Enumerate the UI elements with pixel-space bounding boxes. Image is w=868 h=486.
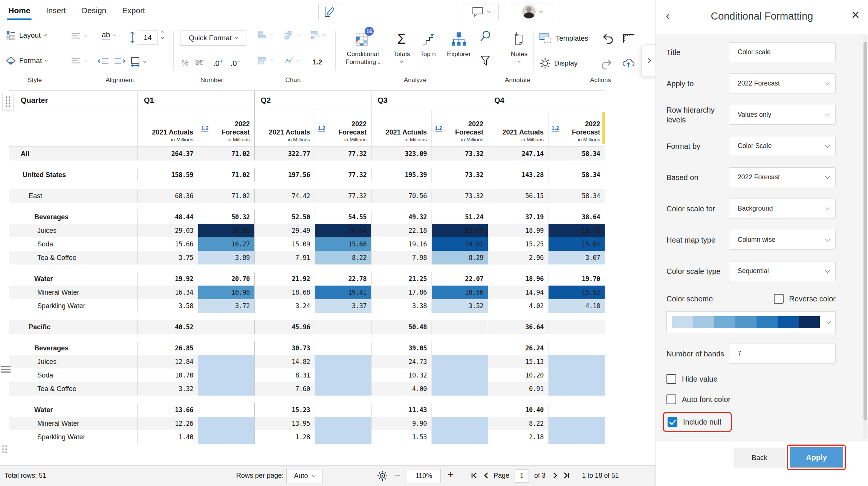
undo-button[interactable] [602, 34, 614, 44]
indent-decrease-button[interactable] [98, 58, 109, 64]
filter-button[interactable] [480, 55, 491, 66]
hide-value-checkbox[interactable] [666, 374, 676, 384]
rows-per-page-select[interactable]: Auto [286, 469, 322, 483]
line-chart-button[interactable] [284, 56, 300, 65]
table-row[interactable]: Tea & Coffee3.327.604.000.91 [9, 382, 605, 396]
increase-decimal-button[interactable]: .0+ [213, 58, 223, 68]
totals-button[interactable]: Σ Totals [390, 30, 414, 62]
table-row[interactable]: All264.3771.02322.7777.32323.0973.32247.… [9, 147, 605, 160]
decimal-badge[interactable]: 1.2 [318, 125, 325, 132]
table-row[interactable]: Beverages48.4450.3252.5054.5549.3251.243… [9, 210, 605, 224]
bar-chart-button[interactable] [258, 31, 273, 40]
explorer-button[interactable]: Explorer [442, 30, 476, 58]
currency-format-button[interactable]: $€ [195, 58, 203, 67]
table-chart-button[interactable] [310, 31, 326, 40]
stepper-down-icon[interactable] [161, 36, 164, 39]
table-row[interactable]: Mineral Water12.2613.959.908.22 [9, 417, 605, 430]
field-color-scale-type-select[interactable]: Sequential [729, 261, 836, 281]
quarter-header[interactable]: Q1 [138, 91, 254, 110]
field-format-by-select[interactable]: Color Scale [729, 136, 836, 156]
reverse-color-checkbox[interactable] [774, 294, 784, 304]
table-row[interactable]: Soda10.708.3110.3210.20 [9, 368, 605, 382]
templates-button[interactable]: Templates [539, 33, 588, 44]
redo-button[interactable] [601, 59, 613, 70]
quarter-drag-handle[interactable] [2, 93, 14, 111]
indent-increase-button[interactable] [114, 58, 125, 64]
last-page-button[interactable] [563, 471, 570, 480]
back-button[interactable]: Back [734, 448, 785, 468]
font-size-input[interactable]: 14 [138, 31, 157, 45]
forecast-header[interactable]: 1.22022Forecastin Millions [315, 110, 371, 147]
decimal-badge[interactable]: 1.2 [435, 125, 442, 132]
tab-export[interactable]: Export [122, 6, 145, 15]
collapse-panel-button[interactable] [641, 44, 656, 77]
decimal-badge[interactable]: 1.2 [201, 125, 208, 132]
field-color-scale-for-select[interactable]: Background [729, 199, 836, 219]
table-row[interactable]: Mineral Water16.3416.9818.6819.4117.8618… [9, 286, 605, 299]
apply-button[interactable]: Apply [790, 447, 843, 468]
wrap-text-button[interactable]: ab [102, 31, 116, 40]
decrease-decimal-button[interactable]: .0− [231, 58, 240, 68]
table-drag-handle[interactable] [2, 445, 7, 453]
forecast-header[interactable]: 1.22022Forecastin Millions [198, 110, 254, 147]
actuals-header[interactable]: 2021 Actualsin Millions [254, 110, 315, 147]
close-icon[interactable]: × [851, 8, 860, 22]
comments-button[interactable] [463, 3, 499, 20]
search-button[interactable] [479, 30, 491, 43]
stacked-chart-button[interactable] [258, 56, 273, 65]
vertical-align-button[interactable] [71, 33, 86, 40]
next-page-button[interactable] [552, 471, 558, 480]
cloud-upload-button[interactable] [622, 58, 635, 68]
auto-font-color-checkbox[interactable] [666, 394, 676, 404]
font-size-stepper[interactable] [161, 31, 164, 38]
percent-format-button[interactable]: % [182, 58, 189, 67]
table-row[interactable]: United States158.5971.02197.5677.32195.3… [9, 168, 605, 182]
quarter-corner-header[interactable]: Quarter [9, 91, 138, 110]
layout-button[interactable]: Layout [6, 31, 46, 40]
actuals-header[interactable]: 2021 Actualsin Millions [371, 110, 431, 147]
table-row[interactable]: Tea & Coffee3.753.897.918.227.988.292.96… [9, 251, 605, 264]
tab-home[interactable]: Home [8, 6, 30, 15]
table-row[interactable]: Pacific40.5245.9650.4836.64 [9, 320, 605, 334]
quarter-header[interactable]: Q4 [488, 91, 605, 110]
table-row[interactable]: Juices29.0330.1629.4930.6422.1823.0518.9… [9, 224, 605, 237]
account-button[interactable] [511, 3, 553, 20]
actuals-header[interactable]: 2021 Actualsin Millions [138, 110, 198, 147]
quarter-header[interactable]: Q2 [254, 91, 371, 110]
quick-format-button[interactable]: Quick Format [180, 31, 246, 46]
scrollbar-thumb[interactable] [863, 42, 867, 420]
table-row[interactable]: Sparkling Water1.401.281.532.18 [9, 430, 605, 444]
field-based-on-select[interactable]: 2022 Forecast [729, 167, 836, 187]
field-apply-to-select[interactable]: 2022 Forecast [729, 73, 836, 93]
format-button[interactable]: Format [6, 56, 47, 65]
quarter-header[interactable]: Q3 [371, 91, 488, 110]
tab-design[interactable]: Design [82, 6, 106, 15]
table-row[interactable]: Juices12.8414.8224.7315.13 [9, 355, 605, 368]
horizontal-align-button[interactable] [71, 58, 86, 64]
field-heat-map-type-select[interactable]: Column wise [729, 230, 836, 250]
edit-document-button[interactable] [318, 3, 340, 20]
decimal-badge[interactable]: 1.2 [552, 125, 559, 132]
previous-page-button[interactable] [483, 471, 489, 480]
panel-scrollbar[interactable] [863, 36, 867, 439]
zoom-out-button[interactable]: − [395, 469, 400, 481]
forecast-header[interactable]: 1.22022Forecastin Millions [431, 110, 488, 147]
zoom-level-input[interactable]: 110% [407, 469, 441, 483]
tab-insert[interactable]: Insert [46, 6, 66, 15]
include-null-checkbox[interactable] [668, 417, 677, 427]
forecast-header[interactable]: 1.22022Forecastin Millions [548, 110, 605, 147]
table-settings-button[interactable] [377, 470, 388, 481]
color-scheme-select[interactable] [666, 311, 836, 333]
field-title-input[interactable]: Color scale [729, 42, 836, 62]
stepper-up-icon[interactable] [161, 31, 164, 34]
border-button[interactable] [130, 57, 146, 67]
notes-button[interactable]: Notes [506, 30, 533, 62]
table-row[interactable]: Sparkling Water3.583.723.243.373.383.524… [9, 299, 605, 313]
conditional-formatting-button[interactable]: 16 Conditional Formatting [340, 30, 386, 66]
field-row-hierarchy-levels-select[interactable]: Values only [729, 105, 836, 125]
zoom-in-button[interactable]: + [448, 469, 454, 481]
table-row[interactable]: Soda15.6616.2715.0915.6819.1619.9115.251… [9, 237, 605, 251]
decimal-places-button[interactable]: 1.2 [313, 58, 322, 66]
actuals-header[interactable]: 2021 Actualsin Millions [488, 110, 548, 147]
display-button[interactable]: Display [539, 58, 578, 69]
